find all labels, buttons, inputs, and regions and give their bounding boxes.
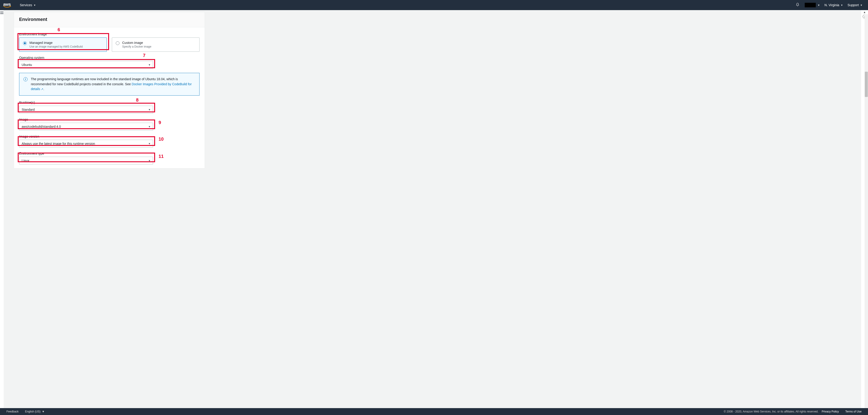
os-select[interactable]: Ubuntu ▼ <box>19 61 153 69</box>
environment-panel: Environment Environment image Managed im… <box>14 12 205 168</box>
chevron-down-icon: ▼ <box>42 410 44 413</box>
chevron-down-icon: ▼ <box>34 4 36 6</box>
radio-icon <box>116 41 119 45</box>
panel-body: Environment image Managed image Use an i… <box>14 27 205 168</box>
services-menu[interactable]: Services ▼ <box>18 0 38 10</box>
env-image-choice: Managed image Use an image managed by AW… <box>19 37 199 52</box>
panel-header: Environment <box>14 12 205 27</box>
image-label: Image <box>19 118 199 121</box>
env-type-value: Linux <box>22 159 29 163</box>
custom-image-title: Custom image <box>122 41 151 44</box>
image-value: aws/codebuild/standard:4.0 <box>22 125 61 129</box>
right-rail: ▲ i <box>861 10 868 408</box>
feedback-link[interactable]: Feedback <box>3 410 22 413</box>
os-value: Ubuntu <box>22 63 32 67</box>
footer: Feedback English (US) ▼ © 2008 - 2020, A… <box>0 408 868 415</box>
custom-image-tile[interactable]: Custom image Specify a Docker image <box>112 37 199 52</box>
image-version-value: Always use the latest image for this run… <box>22 142 95 145</box>
scrollbar-thumb[interactable] <box>865 72 868 97</box>
language-menu[interactable]: English (US) ▼ <box>22 410 48 413</box>
main-content: Environment Environment image Managed im… <box>4 10 861 408</box>
custom-image-desc: Specify a Docker image <box>122 45 151 48</box>
panel-title: Environment <box>19 17 199 22</box>
runtime-value: Standard <box>22 108 35 111</box>
callout-text: The programming language runtimes are no… <box>31 77 195 92</box>
sidebar-collapsed <box>0 10 4 408</box>
support-label: Support <box>847 3 859 7</box>
region-label: N. Virginia <box>825 3 839 7</box>
terms-link[interactable]: Terms of Use <box>842 410 865 413</box>
region-menu[interactable]: N. Virginia ▼ <box>822 0 845 10</box>
external-link-icon: ↗ <box>41 88 43 91</box>
radio-icon <box>23 41 27 45</box>
topnav: aws Services ▼ ▼ N. Virginia ▼ Support ▼ <box>0 0 868 10</box>
aws-smile-icon <box>3 6 11 7</box>
managed-image-tile[interactable]: Managed image Use an image managed by AW… <box>19 37 107 52</box>
services-label: Services <box>20 3 32 7</box>
privacy-link[interactable]: Privacy Policy <box>818 410 842 413</box>
runtime-select[interactable]: Standard ▼ <box>19 106 153 113</box>
account-name-redacted <box>805 3 816 7</box>
env-image-label: Environment image <box>19 32 199 36</box>
hamburger-icon[interactable] <box>0 11 3 14</box>
image-version-label: Image version <box>19 135 199 138</box>
aws-logo[interactable]: aws <box>3 3 11 7</box>
image-version-select[interactable]: Always use the latest image for this run… <box>19 140 153 147</box>
env-type-select[interactable]: Linux ▼ <box>19 157 153 165</box>
chevron-down-icon: ▼ <box>841 4 843 6</box>
image-select[interactable]: aws/codebuild/standard:4.0 ▼ <box>19 123 153 131</box>
os-label: Operating system <box>19 56 199 60</box>
copyright: © 2008 - 2020, Amazon Web Services, Inc.… <box>724 410 818 413</box>
feedback-label: Feedback <box>6 410 19 413</box>
chevron-down-icon: ▼ <box>860 4 863 6</box>
managed-image-desc: Use an image managed by AWS CodeBuild <box>29 45 83 48</box>
scroll-up-icon[interactable]: ▲ <box>863 10 866 14</box>
aws-logo-text: aws <box>3 3 11 6</box>
env-type-label: Environment type <box>19 152 199 155</box>
info-icon: i <box>24 77 28 81</box>
managed-image-title: Managed image <box>29 41 83 44</box>
notifications-icon[interactable] <box>793 3 802 8</box>
support-menu[interactable]: Support ▼ <box>845 0 865 10</box>
info-callout: i The programming language runtimes are … <box>19 73 199 96</box>
language-label: English (US) <box>25 410 40 413</box>
runtime-label: Runtime(s) <box>19 101 199 104</box>
scrollbar-track[interactable] <box>865 14 868 408</box>
account-menu[interactable]: ▼ <box>802 0 822 10</box>
chevron-down-icon: ▼ <box>817 4 820 6</box>
